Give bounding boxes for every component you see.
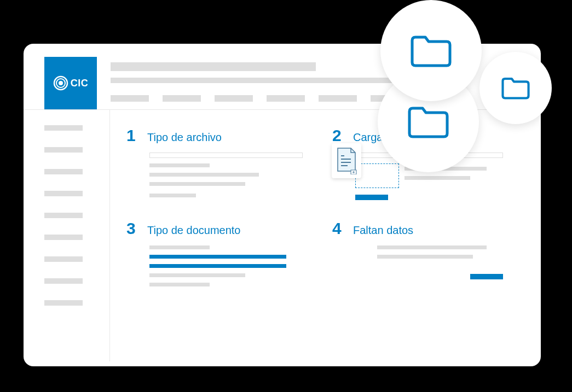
input-outline[interactable] bbox=[149, 153, 303, 158]
header-subtitle-placeholder bbox=[111, 78, 401, 83]
folder-icon bbox=[405, 103, 452, 141]
step-4: 4 Faltan datos bbox=[332, 219, 524, 292]
tab-placeholder[interactable] bbox=[215, 95, 253, 102]
folder-bubble bbox=[479, 52, 552, 124]
tab-placeholder[interactable] bbox=[163, 95, 201, 102]
text-placeholder bbox=[405, 176, 470, 180]
text-placeholder bbox=[149, 182, 245, 186]
selected-line[interactable] bbox=[149, 264, 286, 268]
step-1: 1 Tipo de archivo bbox=[126, 126, 319, 203]
tab-placeholder[interactable] bbox=[319, 95, 357, 102]
svg-point-2 bbox=[59, 81, 63, 85]
text-placeholder bbox=[149, 163, 210, 167]
upload-button[interactable] bbox=[355, 195, 388, 200]
step-3: 3 Tipo de documento bbox=[126, 219, 319, 292]
sidebar-item[interactable] bbox=[44, 169, 83, 174]
action-button[interactable] bbox=[470, 274, 503, 279]
sidebar bbox=[24, 110, 110, 361]
header-title-placeholder bbox=[111, 62, 316, 71]
logo-text: CIC bbox=[71, 78, 89, 89]
tab-placeholder[interactable] bbox=[111, 95, 149, 102]
sidebar-item[interactable] bbox=[44, 125, 83, 131]
text-placeholder bbox=[149, 194, 196, 197]
text-placeholder bbox=[149, 283, 210, 286]
sidebar-item[interactable] bbox=[44, 256, 83, 262]
main-content: 1 Tipo de archivo 2 Cargar archivo bbox=[110, 110, 541, 361]
step-title: Tipo de documento bbox=[147, 224, 240, 237]
sidebar-item[interactable] bbox=[44, 235, 83, 240]
text-placeholder bbox=[149, 245, 210, 249]
step-number: 2 bbox=[332, 126, 343, 145]
logo: CIC bbox=[44, 57, 97, 109]
folder-bubble bbox=[380, 0, 482, 101]
logo-icon bbox=[53, 75, 68, 91]
text-placeholder bbox=[377, 255, 473, 259]
folder-icon bbox=[408, 32, 454, 70]
tab-placeholder[interactable] bbox=[267, 95, 305, 102]
selected-line[interactable] bbox=[149, 255, 286, 259]
document-icon bbox=[336, 147, 357, 174]
sidebar-item[interactable] bbox=[44, 300, 83, 306]
step-number: 1 bbox=[126, 126, 137, 145]
text-placeholder bbox=[377, 245, 487, 249]
step-title: Faltan datos bbox=[353, 224, 413, 237]
sidebar-item[interactable] bbox=[44, 213, 83, 218]
step-number: 4 bbox=[332, 219, 343, 238]
file-preview-icon[interactable] bbox=[332, 143, 361, 178]
sidebar-item[interactable] bbox=[44, 278, 83, 284]
folder-icon bbox=[500, 75, 531, 101]
text-placeholder bbox=[149, 173, 259, 177]
sidebar-item[interactable] bbox=[44, 147, 83, 153]
sidebar-item[interactable] bbox=[44, 191, 83, 196]
upload-dropzone[interactable] bbox=[355, 163, 399, 188]
step-title: Tipo de archivo bbox=[147, 131, 222, 144]
step-number: 3 bbox=[126, 219, 137, 238]
text-placeholder bbox=[149, 273, 245, 277]
